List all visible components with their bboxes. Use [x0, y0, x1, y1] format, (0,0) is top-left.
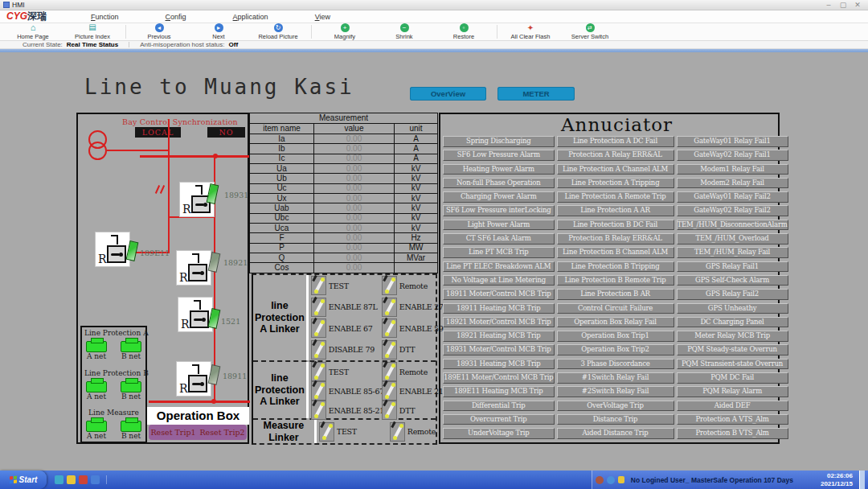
toolbar-button[interactable]: Shrink [375, 23, 434, 40]
linker-row: ENABLE 67 ENABLE 59 [311, 318, 444, 339]
maximize-button[interactable]: ▢ [836, 1, 850, 9]
toolbar-button[interactable]: All Clear Flash [501, 23, 560, 40]
system-tray: No Logined User_ MasterSafe Operation 10… [592, 471, 868, 489]
linker-switch-icon[interactable] [382, 401, 397, 420]
breaker-189E11[interactable]: R [96, 232, 129, 266]
tray-icon[interactable] [607, 476, 615, 484]
toolbar-icon [586, 23, 595, 32]
item-name: P [250, 243, 314, 253]
start-button[interactable]: Start [0, 471, 47, 489]
toolbar-separator [497, 25, 497, 39]
quick-launch-icon[interactable] [67, 475, 76, 484]
toolbar-button[interactable]: Magnify [315, 23, 375, 40]
toolbar-button[interactable]: Home Page [3, 23, 63, 40]
annunciator-tile: SF6 Low Pressure Alarm [443, 150, 555, 161]
toolbar-button-label: Picture Index [75, 33, 110, 40]
annunciator-tile: Modem1 Relay Fail [677, 164, 788, 175]
breaker-label: 189E11 [140, 249, 170, 257]
overview-button[interactable]: OverView [410, 87, 486, 101]
breaker-18911[interactable]: R [177, 362, 211, 396]
minimize-button[interactable]: – [821, 1, 836, 9]
annunciator-tile: PQM Stransient-state Overrun [677, 359, 788, 370]
annunciator-tile: Line Protection A DC Fail [557, 136, 674, 147]
show-desktop-button[interactable] [859, 471, 865, 489]
breaker-18921[interactable]: R [177, 251, 211, 285]
time: 02:26:06 [827, 472, 853, 479]
annunciator-tile: GateWay02 Relay Fail1 [677, 150, 788, 161]
net-group-title: Line Protection B [84, 369, 143, 377]
toolbar-separator [311, 25, 312, 39]
reset-trip1-button[interactable]: Reset Trip1 [150, 428, 195, 437]
annunciator-tile: Modem2 Relay Fail [677, 178, 788, 189]
linker-switch-icon[interactable] [311, 381, 326, 401]
linker-switch-icon[interactable] [311, 318, 326, 338]
annunciator-tile: Line Protection A Tripping [557, 178, 674, 189]
app-icon [3, 2, 10, 8]
toolbar-button[interactable]: Restore [434, 23, 493, 40]
measurement-row: Q 0.00 MVar [250, 253, 438, 263]
taskbar-clock[interactable]: 02:26:06 2021/12/15 [803, 472, 853, 488]
toolbar-button[interactable]: Reload Picture [248, 23, 308, 40]
menu-item[interactable]: Application [233, 13, 268, 21]
toolbar-button[interactable]: Next [189, 23, 248, 40]
toolbar-button[interactable]: Previous [129, 23, 189, 40]
linker-switch-icon[interactable] [382, 340, 397, 360]
annunciator-tile: Aided Distance Trip [557, 428, 674, 439]
annunciator-tile: Line Protection A Remote Trip [557, 191, 674, 203]
linker-switch-icon[interactable] [319, 422, 334, 442]
lock-icon[interactable] [618, 476, 624, 483]
annunciator-tile: Protection A VTS_Alm [677, 414, 788, 425]
annunciator-tile: Overcurrent Trip [443, 414, 555, 425]
reset-trip2-button[interactable]: Reset Trip2 [199, 428, 244, 437]
item-value: 0.00 [314, 263, 395, 273]
measurement-title: Measurement [250, 113, 438, 124]
linker-switch-icon[interactable] [382, 276, 397, 295]
linker-switch-icon[interactable] [382, 381, 397, 401]
measurement-row: Ia 0.00 A [250, 134, 438, 144]
close-button[interactable]: ✕ [850, 1, 865, 9]
toolbar-button[interactable]: Server Switch [560, 23, 620, 40]
linker-switch-icon[interactable] [382, 362, 397, 381]
linker-label: DISABLE 79 [329, 345, 382, 354]
linker-switch-icon[interactable] [311, 340, 326, 360]
bus-bar-top [140, 155, 249, 158]
quick-launch-icon[interactable] [79, 475, 88, 484]
item-name: Q [250, 253, 314, 263]
item-name: Cos [250, 263, 314, 273]
linker-section-measure: Measure Linker TEST Remote [253, 418, 436, 443]
linker-label: DTT [399, 345, 444, 354]
brand-logo: CYG深瑞 [6, 10, 47, 23]
net-port-a: A net [86, 338, 107, 360]
tray-icon[interactable] [596, 476, 604, 484]
linker-row: DISABLE 79 DTT [311, 339, 444, 360]
net-port-b: B net [121, 338, 141, 360]
local-lamp: LOCAL [135, 127, 181, 138]
net-port-b: B net [121, 417, 141, 440]
menu-item[interactable]: Function [91, 13, 119, 21]
annunciator-tile: Line Protection B Tripping [557, 261, 674, 273]
quick-launch-icon[interactable] [55, 475, 63, 484]
linker-switch-icon[interactable] [311, 298, 326, 317]
toolbar-button[interactable]: Picture Index [63, 23, 122, 40]
menu-item[interactable]: Config [166, 13, 186, 21]
item-name: Ub [250, 174, 314, 183]
annunciator-tile: 3 Phase Discordance [557, 359, 674, 370]
menu-item[interactable]: View [315, 13, 330, 21]
item-unit: A [395, 154, 438, 163]
meter-button[interactable]: METER [497, 87, 575, 101]
ethernet-icon [121, 421, 141, 432]
hmi-screen: HMI – ▢ ✕ CYG深瑞 FunctionConfigApplicatio… [0, 0, 868, 489]
date: 2021/12/15 [821, 480, 853, 487]
linker-switch-icon[interactable] [382, 298, 397, 317]
quick-launch-icon[interactable] [91, 475, 100, 484]
item-unit: MVar [395, 253, 438, 263]
linker-switch-icon[interactable] [311, 276, 326, 295]
ethernet-icon [121, 381, 141, 392]
annunciator-tile: UnderVoltage Trip [443, 428, 555, 439]
linker-switch-icon[interactable] [382, 318, 397, 338]
net-port-a: A net [86, 417, 107, 440]
linker-switch-icon[interactable] [390, 422, 405, 442]
toolbar-button-label: All Clear Flash [511, 33, 551, 40]
linker-switch-icon[interactable] [311, 362, 326, 381]
linker-switch-icon[interactable] [311, 401, 326, 420]
